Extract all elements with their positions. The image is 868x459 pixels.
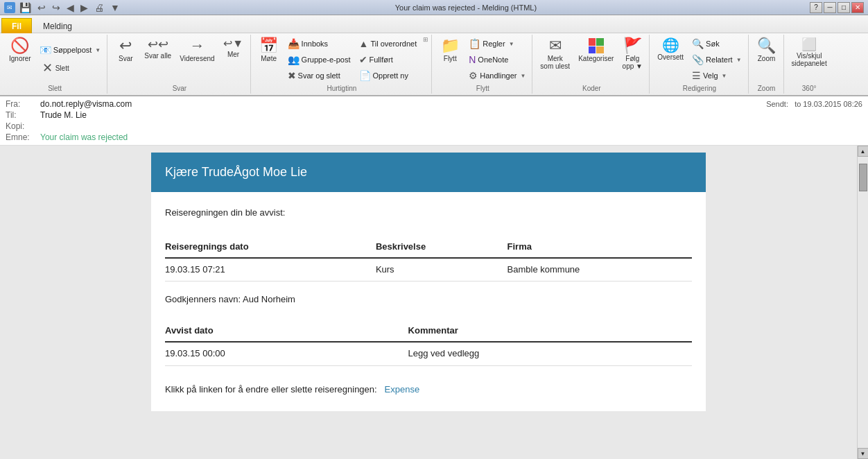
kategoriser-button[interactable]: Kategoriser	[575, 36, 617, 64]
oversett-button[interactable]: 🌐 Oversett	[654, 36, 687, 63]
scroll-up-btn[interactable]: ▲	[858, 146, 869, 157]
mer-button[interactable]: ↩▼ Mer	[220, 36, 248, 60]
onenote-button[interactable]: N OneNote	[465, 52, 529, 67]
ribbon-group-slett: 🚫 Ignorer 📧 Søppelpost ▼ ✕ Slett Slett	[3, 35, 107, 94]
soeppelpost-icon: 📧	[40, 44, 51, 55]
svar-og-slett-button[interactable]: ✖ Svar og slett	[284, 68, 354, 83]
close-btn[interactable]: ✕	[851, 2, 864, 13]
tab-melding[interactable]: Melding	[33, 18, 83, 33]
help-btn[interactable]: ?	[810, 2, 822, 13]
flytt-icon: 📁	[441, 38, 460, 53]
slett-label: Slett	[55, 64, 69, 72]
regler-label: Regler	[483, 40, 505, 48]
koder-group-content: ✉ Merk som ulest Kategoriser 🚩 Følg opp …	[537, 36, 646, 83]
svar-button[interactable]: ↩ Svar	[112, 36, 139, 64]
scroll-thumb[interactable]	[859, 164, 867, 191]
regler-button[interactable]: 📋 Regler ▼	[465, 36, 529, 51]
slett-button[interactable]: ✕ Slett	[36, 59, 105, 77]
tab-fil[interactable]: Fil	[1, 18, 32, 33]
soeppelpost-label: Søppelpost	[53, 46, 92, 54]
ignorer-button[interactable]: 🚫 Ignorer	[6, 36, 35, 64]
opprett-ny-label: Opprett ny	[373, 71, 408, 80]
subject-row: Emne: Your claim was rejected	[6, 132, 862, 143]
col-dato: Reiseregnings dato	[165, 237, 376, 258]
innboks-label: Innboks	[302, 40, 329, 48]
cc-row: Kopi:	[6, 121, 862, 132]
relatert-button[interactable]: 📎 Relatert ▼	[688, 52, 745, 67]
innboks-button[interactable]: 📥 Innboks	[284, 36, 354, 51]
fullfort-label: Fullført	[370, 55, 393, 64]
mer-label: Mer	[227, 51, 239, 58]
sok-label: Søk	[706, 40, 720, 48]
slett-group-label: Slett	[6, 85, 104, 92]
message-header: Fra: do.not.reply@visma.com Sendt: to 19…	[0, 96, 868, 146]
zoom-label: Zoom	[758, 55, 776, 62]
vis-skjul-label: Vis/skjul sidepanelet	[792, 52, 827, 67]
til-overordnet-button[interactable]: ▲ Til overordnet	[356, 36, 421, 51]
scroll-track[interactable]	[859, 157, 867, 448]
koder-group-label: Koder	[537, 85, 646, 92]
gruppe-epost-button[interactable]: 👥 Gruppe-e-post	[284, 52, 354, 67]
flytt-button[interactable]: 📁 Flytt	[436, 36, 464, 64]
handlinger-icon: ⚙	[469, 70, 478, 81]
svar-alle-button[interactable]: ↩↩ Svar alle	[141, 36, 175, 62]
scrollbar[interactable]: ▲ ▼	[857, 146, 868, 459]
window-controls: ? ─ □ ✕	[810, 2, 864, 13]
zoom-group-content: 🔍 Zoom	[753, 36, 781, 83]
next-btn[interactable]: ▶	[78, 1, 90, 14]
folg-opp-icon: 🚩	[623, 38, 642, 53]
scroll-down-btn[interactable]: ▼	[858, 448, 869, 459]
undo-btn[interactable]: ↩	[35, 1, 48, 14]
email-content: Kjære TrudeÅgot Moe Lie Reiseregningen d…	[151, 153, 706, 411]
window-title: Your claim was rejected - Melding (HTML)	[122, 3, 810, 12]
redigering-group-label: Redigering	[654, 85, 745, 92]
maximize-btn[interactable]: □	[837, 2, 850, 13]
folg-opp-button[interactable]: 🚩 Følg opp ▼	[618, 36, 646, 72]
cell-firma: Bamble kommune	[507, 258, 692, 282]
print-btn[interactable]: 🖨	[92, 1, 106, 14]
videresend-icon: →	[189, 38, 205, 53]
relatert-dropdown: ▼	[736, 57, 742, 63]
hurtigtinn-expand[interactable]: ⊞	[423, 36, 428, 43]
expense-link[interactable]: Expense	[385, 384, 420, 395]
merk-som-ulest-button[interactable]: ✉ Merk som ulest	[537, 36, 573, 72]
regler-icon: 📋	[469, 38, 480, 49]
opprett-ny-button[interactable]: 📄 Opprett ny	[356, 68, 421, 83]
velg-dropdown: ▼	[722, 73, 727, 79]
svar-group-label: Svar	[112, 85, 247, 92]
sent-date: to 19.03.2015 08:26	[795, 100, 862, 108]
table-row: 19.03.15 07:21 Kurs Bamble kommune	[165, 258, 692, 282]
message-body[interactable]: Kjære TrudeÅgot Moe Lie Reiseregningen d…	[0, 146, 857, 459]
velg-button[interactable]: ☰ Velg ▼	[688, 68, 745, 83]
fullfort-button[interactable]: ✔ Fullført	[356, 52, 421, 67]
save-btn[interactable]: 💾	[17, 1, 33, 14]
folg-opp-label: Følg opp ▼	[623, 55, 643, 70]
velg-label: Velg	[703, 71, 718, 80]
kategoriser-icon	[589, 38, 604, 53]
soeppelpost-button[interactable]: 📧 Søppelpost ▼	[36, 42, 105, 58]
videresend-label: Videresend	[180, 55, 214, 62]
mote-button[interactable]: 📅 Møte	[255, 36, 283, 64]
to-value: Trude M. Lie	[40, 110, 862, 120]
redo-btn[interactable]: ↪	[50, 1, 62, 14]
handlinger-button[interactable]: ⚙ Handlinger ▼	[465, 68, 529, 83]
svar-alle-icon: ↩↩	[148, 38, 168, 51]
dropdown-qa[interactable]: ▼	[108, 1, 122, 14]
videresend-button[interactable]: → Videresend	[176, 36, 218, 64]
to-row: Til: Trude M. Lie	[6, 110, 862, 121]
cell-avvist-dato: 19.03.15 00:00	[165, 342, 408, 365]
rejection-table: Avvist dato Kommentar 19.03.15 00:00 Leg…	[165, 321, 692, 366]
subject-value: Your claim was rejected	[40, 132, 862, 142]
ribbon-group-redigering: 🌐 Oversett 🔍 Søk 📎 Relatert ▼ ☰ Velg ▼	[651, 35, 748, 94]
expense-table: Reiseregnings dato Beskrivelse Firma 19.…	[165, 237, 692, 282]
zoom-button[interactable]: 🔍 Zoom	[753, 36, 781, 64]
ribbon-group-flytt: 📁 Flytt 📋 Regler ▼ N OneNote ⚙ Handlinge…	[433, 35, 532, 94]
sok-button[interactable]: 🔍 Søk	[688, 36, 745, 51]
cell-beskrivelse: Kurs	[376, 258, 507, 282]
col-kommentar: Kommentar	[408, 321, 692, 342]
vis-skjul-button[interactable]: ⬜ Vis/skjul sidepanelet	[788, 36, 831, 69]
minimize-btn[interactable]: ─	[824, 2, 836, 13]
svar-alle-label: Svar alle	[144, 52, 171, 60]
prev-btn[interactable]: ◀	[64, 1, 76, 14]
link-text: Klikk på linken for å endre eller slette…	[165, 384, 377, 395]
